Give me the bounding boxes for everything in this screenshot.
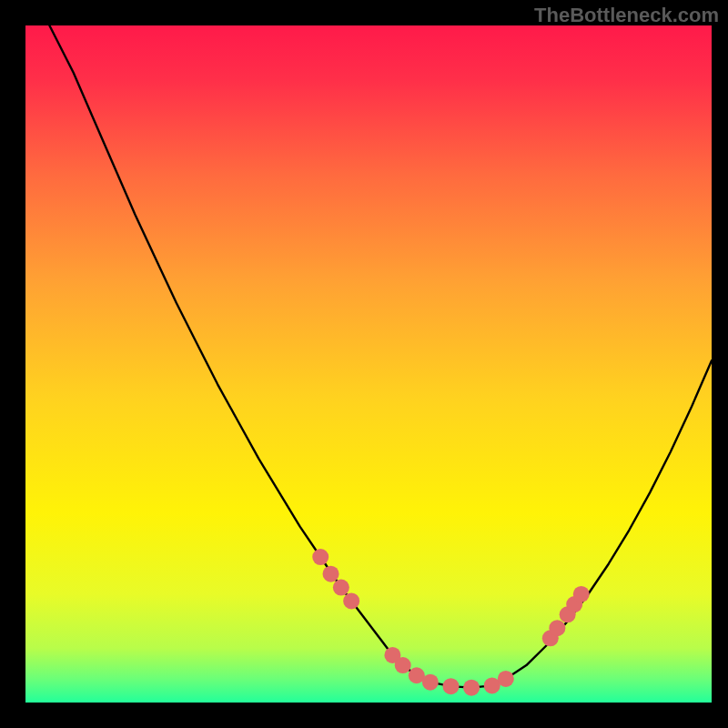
highlight-dot [442,678,459,694]
highlight-dot [463,680,480,696]
highlight-dot [422,674,439,691]
chart-svg [0,0,728,728]
watermark-label: TheBottleneck.com [534,4,719,27]
plot-background [25,25,712,703]
highlight-dot [549,620,565,636]
highlight-dot [343,592,359,609]
bottleneck-chart [0,0,728,728]
highlight-dot [395,657,411,673]
highlight-dot [573,586,590,602]
highlight-dot [312,549,329,565]
highlight-dot [498,671,514,687]
highlight-dot [333,580,349,596]
highlight-dot [323,566,339,582]
